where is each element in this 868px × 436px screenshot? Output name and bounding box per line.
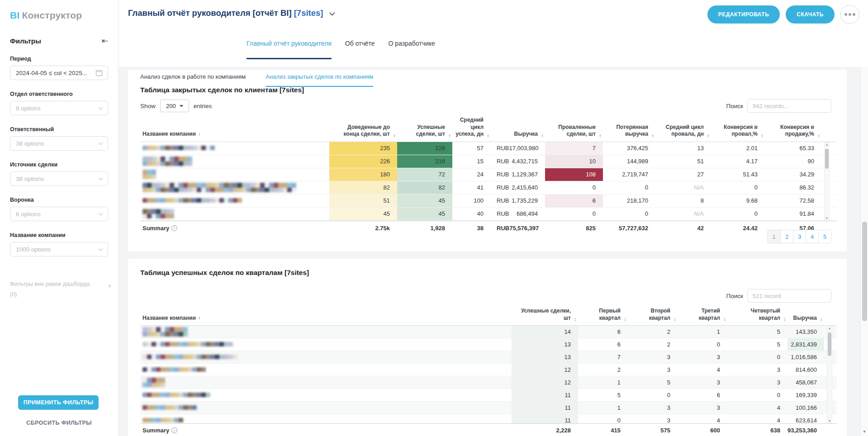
responsible-select[interactable]: 38 options: [10, 136, 108, 151]
period-date-input[interactable]: 2024-04-05 ≤ col < 2025...: [10, 66, 108, 80]
column-header[interactable]: Первый квартал▲▼: [578, 308, 628, 325]
company-cell: [140, 338, 512, 351]
subtab-deals-in-progress[interactable]: Анализ сделок в работе по компаниям: [140, 73, 246, 87]
filters-title: Фильтры: [10, 37, 41, 45]
cell-value: 75,576,397: [509, 225, 539, 232]
cell: 51: [329, 194, 397, 207]
outer-filters-count: (0): [10, 289, 108, 300]
redacted-company-name: [142, 209, 178, 218]
page-button-5[interactable]: 5: [818, 230, 831, 243]
page-scrollbar-thumb[interactable]: [862, 222, 867, 321]
company-select[interactable]: 1000 options: [10, 242, 108, 256]
filter-label-company: Название компании: [10, 232, 108, 238]
table-scrollbar[interactable]: ▲ ▼: [824, 142, 830, 221]
department-select[interactable]: 8 options: [10, 101, 108, 115]
scroll-up-icon[interactable]: ▲: [827, 327, 832, 330]
cell: 4.17: [711, 155, 765, 168]
column-header[interactable]: Название компании▲▼: [140, 315, 512, 326]
column-header[interactable]: Второй квартал▲▼: [628, 308, 678, 325]
scrollbar-thumb[interactable]: [825, 149, 829, 169]
column-header[interactable]: Доведенные до конца сделки, шт▲▼: [329, 124, 397, 142]
sort-icon: ▲▼: [707, 134, 710, 138]
subtab-closed-deals[interactable]: Анализ закрытых сделок по компаниям: [266, 73, 373, 87]
page-button-2[interactable]: 2: [780, 230, 793, 243]
quarterly-search-input[interactable]: [747, 289, 831, 303]
sort-icon: ▲▼: [783, 318, 786, 322]
edit-button[interactable]: РЕДАКТИРОВАТЬ: [707, 5, 780, 24]
table-scrollbar[interactable]: ▲ ▼: [827, 326, 832, 423]
column-header[interactable]: Средний цикл провала, дн▲▼: [655, 124, 711, 142]
page-scrollbar[interactable]: ▲ ▼: [860, 67, 868, 436]
column-header[interactable]: Потерянная выручка▲▼: [603, 124, 655, 142]
page-size-select[interactable]: 200: [160, 100, 189, 112]
funnel-select[interactable]: 6 options: [10, 207, 108, 221]
cell: 376,425: [603, 142, 655, 155]
company-cell: [140, 414, 512, 423]
redacted-company-name: [142, 170, 160, 179]
tab-about-report[interactable]: Об отчёте: [345, 40, 375, 59]
tab-main-report[interactable]: Главный отчёт руководителя: [247, 40, 332, 59]
currency-label: RUB: [497, 171, 509, 178]
cell-value: 17,003,980: [509, 145, 538, 152]
column-header[interactable]: Успешные сделки, шт▲▼: [512, 308, 578, 325]
cell: 45: [397, 208, 452, 220]
sort-down-icon: ▼: [574, 320, 577, 322]
cell: 0: [578, 414, 628, 423]
column-header[interactable]: Выручка▲▼: [787, 315, 824, 326]
dashboard-title[interactable]: Главный отчёт руководителя [отчёт BI] [7…: [128, 8, 335, 18]
revenue-cell: RUB1,129,367: [491, 168, 545, 181]
main-tabs: Главный отчёт руководителя Об отчёте О р…: [247, 40, 435, 59]
column-header[interactable]: Четвертый квартал▲▼: [727, 308, 787, 325]
scrollbar-thumb[interactable]: [828, 332, 831, 356]
cell-value: 4,432,715: [512, 158, 538, 165]
column-header[interactable]: Конверсия в провал,%▲▼: [711, 124, 765, 142]
column-header[interactable]: Успешные сделки, шт▲▼: [397, 124, 452, 142]
info-icon[interactable]: i: [171, 225, 177, 231]
scroll-up-icon[interactable]: ▲: [825, 143, 829, 146]
scroll-down-icon[interactable]: ▼: [861, 430, 868, 434]
column-header[interactable]: Третий квартал▲▼: [678, 308, 727, 325]
closed-table-body: 23522857RUB17,003,9807376,425132.0165.33…: [140, 142, 837, 221]
cell: 57,727,632: [603, 221, 655, 235]
currency-label: RUB: [497, 184, 509, 191]
cell: 3: [678, 376, 727, 389]
column-header[interactable]: Название компании▲▼: [140, 131, 329, 142]
scroll-down-icon[interactable]: ▼: [825, 217, 829, 220]
page-button-3[interactable]: 3: [793, 230, 806, 243]
chevron-right-icon: ›: [109, 280, 111, 291]
cell: 34.29: [765, 168, 821, 181]
column-header[interactable]: Выручка▲▼: [491, 131, 545, 142]
download-button[interactable]: СКАЧАТЬ: [786, 5, 835, 24]
sort-down-icon: ▼: [541, 136, 544, 138]
outer-filters-link[interactable]: Фильтры вне рамок дашборда (0) ›: [10, 279, 108, 299]
column-header[interactable]: Проваленные сделки, шт▲▼: [545, 124, 603, 142]
reset-filters-button[interactable]: СБРОСИТЬ ФИЛЬТРЫ: [0, 420, 118, 426]
more-options-button[interactable]: [840, 5, 859, 24]
cell: 226: [329, 155, 397, 168]
page-button-4[interactable]: 4: [806, 230, 818, 243]
cell: 13: [655, 142, 711, 155]
page-button-1[interactable]: 1: [768, 230, 780, 243]
scroll-down-icon[interactable]: ▼: [827, 419, 832, 422]
column-header[interactable]: Средний цикл успеха, дн▲▼: [452, 117, 491, 142]
cell: 2,831,439: [787, 338, 824, 351]
tab-about-developer[interactable]: О разработчике: [389, 40, 435, 59]
cell: 0: [678, 338, 727, 351]
sort-down-icon: ▼: [817, 136, 820, 138]
dashboard-title-suffix: [7sites]: [294, 8, 323, 18]
cell: 3: [727, 364, 787, 376]
table-row: 828241RUB2,415,64000N/A086.32: [140, 181, 837, 194]
cell: 1: [578, 402, 628, 414]
collapse-sidebar-icon[interactable]: ⇤: [102, 37, 108, 45]
closed-deals-search-input[interactable]: [747, 99, 831, 113]
apply-filters-button[interactable]: ПРИМЕНИТЬ ФИЛЬТРЫ: [18, 395, 99, 410]
search-label: Поиск: [726, 293, 743, 299]
column-header[interactable]: Конверсия в продажу,%▲▼: [765, 124, 821, 142]
cell: N/A: [655, 181, 711, 194]
deal-source-select[interactable]: 38 options: [10, 171, 108, 186]
sort-icon: ▲▼: [817, 134, 820, 138]
info-icon[interactable]: i: [171, 427, 177, 433]
column-label: Четвертый квартал: [751, 308, 780, 321]
column-label: Конверсия в провал,%: [724, 124, 758, 137]
column-label: Название компании: [142, 131, 196, 137]
